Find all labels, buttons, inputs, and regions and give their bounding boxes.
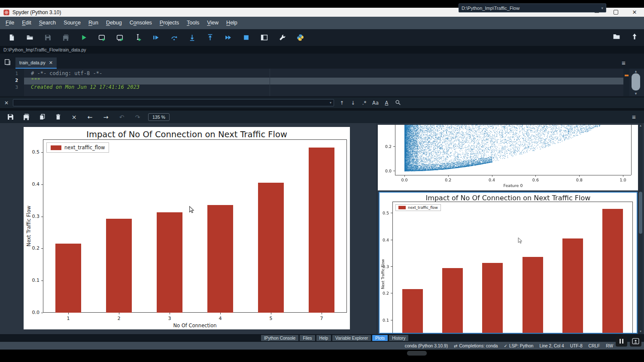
status-encoding[interactable]: UTF-8 — [570, 344, 583, 348]
save-file-button[interactable] — [39, 31, 57, 44]
plots-options-icon[interactable]: ≡ — [632, 113, 636, 121]
working-directory-value: D:\Python_Imp\Traffic_Flow — [462, 6, 601, 11]
status-completions-label: Completions: conda — [459, 344, 498, 348]
find-next-icon[interactable]: ↓ — [349, 100, 357, 106]
menu-item-file[interactable]: File — [2, 17, 18, 29]
x-tick-mark — [579, 175, 580, 177]
menu-item-edit[interactable]: Edit — [18, 17, 35, 29]
regex-toggle-icon[interactable]: .* — [361, 100, 368, 106]
y-tick-mark — [391, 240, 392, 240]
axis-spine-left — [395, 125, 395, 175]
menu-item-source[interactable]: Source — [60, 17, 85, 29]
find-close-icon[interactable]: ✕ — [4, 100, 9, 106]
pane-tab-variable-explorer[interactable]: Variable Explorer — [332, 335, 371, 341]
zoom-out-button[interactable]: ↶ — [114, 112, 130, 122]
arc-arrow-icon — [170, 34, 178, 41]
run-selection-button[interactable] — [129, 31, 147, 44]
find-previous-icon[interactable]: ↑ — [338, 100, 346, 106]
status-completions[interactable]: ⇄ Completions: conda — [454, 344, 498, 348]
status-lsp[interactable]: ✓ LSP: Python — [504, 344, 533, 348]
find-history-caret-icon[interactable]: ▾ — [330, 101, 331, 105]
run-file-button[interactable] — [75, 31, 93, 44]
editor-scrollbar-thumb[interactable] — [632, 73, 640, 90]
restore-button[interactable] — [606, 8, 625, 17]
run-cell-button[interactable] — [93, 31, 111, 44]
advanced-search-icon[interactable] — [394, 100, 401, 107]
run-cell-advance-button[interactable] — [111, 31, 129, 44]
plot-thumbnail-scatter[interactable]: 0.00.20.40.60.81.00.00.2Feature 0 — [378, 125, 638, 190]
next-plot-button[interactable]: → — [98, 112, 114, 122]
x-tick-label: 0.6 — [532, 178, 539, 182]
code-area[interactable]: 123# -*- coding: utf-8 -*-"""Created on … — [0, 69, 644, 96]
step-over-button[interactable] — [165, 31, 183, 44]
find-input[interactable] — [13, 99, 334, 106]
tab-close-icon[interactable]: ✕ — [49, 60, 53, 66]
python-env-button[interactable] — [291, 31, 309, 44]
scroll-up-icon[interactable]: ▲ — [629, 69, 642, 73]
new-file-button[interactable] — [3, 31, 21, 44]
stop-debug-button[interactable] — [237, 31, 255, 44]
pane-tab-ipython-console[interactable]: IPython Console — [261, 335, 298, 341]
scroll-down-icon[interactable]: ▼ — [629, 92, 642, 96]
step-out-button[interactable] — [201, 31, 219, 44]
continue-execution-button[interactable] — [219, 31, 237, 44]
close-button[interactable]: ✕ — [625, 8, 644, 17]
plots-scrollbar-thumb[interactable] — [639, 192, 642, 234]
pane-tab-files[interactable]: Files — [300, 335, 315, 341]
editor-options-icon[interactable]: ≡ — [622, 59, 626, 66]
debug-file-button[interactable] — [147, 31, 165, 44]
menu-bar: FileEditSearchSourceRunDebugConsolesProj… — [0, 17, 644, 29]
save-plot-button[interactable] — [3, 112, 18, 122]
letterbox-strip — [0, 350, 644, 362]
picture-in-picture-button[interactable] — [630, 336, 641, 347]
menu-item-tools[interactable]: Tools — [183, 17, 203, 29]
menu-item-run[interactable]: Run — [85, 17, 102, 29]
maximize-icon — [261, 34, 268, 41]
status-eol[interactable]: CRLF — [589, 344, 600, 348]
x-tick-label: 2 — [118, 316, 121, 321]
menu-item-debug[interactable]: Debug — [102, 17, 126, 29]
working-directory-combobox[interactable]: D:\Python_Imp\Traffic_Flow ▾ — [459, 3, 606, 12]
scroll-down-icon[interactable]: ▼ — [638, 330, 643, 333]
plot-thumbnail-bar-selected[interactable]: Impact of No Of Connection on Next Traff… — [379, 192, 638, 334]
step-into-button[interactable] — [183, 31, 201, 44]
scroll-flag-area — [623, 69, 629, 96]
menu-item-projects[interactable]: Projects — [156, 17, 183, 29]
scroll-up-icon[interactable]: ▲ — [638, 124, 643, 127]
line-number: 3 — [15, 84, 18, 90]
editor-scrollbar[interactable]: ▲▼ — [629, 69, 642, 96]
maximize-pane-button[interactable] — [255, 31, 273, 44]
whole-words-toggle-icon[interactable]: A — [383, 100, 390, 106]
arrow-right-icon: → — [103, 114, 109, 121]
bar-category-1 — [402, 289, 423, 334]
preferences-button[interactable] — [273, 31, 291, 44]
save-all-plots-button[interactable] — [18, 112, 34, 122]
open-file-button[interactable] — [21, 31, 39, 44]
find-bar: ✕ ▾ ↑↓.*AaA — [0, 97, 644, 109]
pane-tab-history[interactable]: History — [389, 335, 408, 341]
y-tick-mark — [391, 293, 392, 293]
browse-tabs-button[interactable] — [4, 58, 11, 67]
menu-item-consoles[interactable]: Consoles — [126, 17, 156, 29]
pane-tab-plots[interactable]: Plots — [372, 335, 388, 341]
remove-all-plots-button[interactable]: × — [66, 112, 82, 122]
pause-button[interactable] — [616, 336, 627, 347]
menu-item-search[interactable]: Search — [35, 17, 60, 29]
save-all-button[interactable] — [57, 31, 75, 44]
copy-plot-button[interactable] — [34, 112, 50, 122]
y-tick-label: 0.3 — [28, 214, 39, 219]
browse-directory-button[interactable] — [612, 33, 621, 42]
editor-tab-train-data[interactable]: train_data.py ✕ — [15, 57, 57, 69]
menu-item-help[interactable]: Help — [222, 17, 241, 29]
status-interpreter[interactable]: conda (Python 3.10.9) — [405, 344, 448, 348]
pane-tab-help[interactable]: Help — [316, 335, 331, 341]
menu-item-view[interactable]: View — [203, 17, 222, 29]
parent-directory-button[interactable] — [630, 33, 639, 42]
remove-plot-button[interactable] — [50, 112, 66, 122]
match-case-toggle-icon[interactable]: Aa — [372, 100, 379, 106]
zoom-in-button[interactable]: ↷ — [130, 112, 146, 122]
doc-icon — [8, 34, 15, 41]
previous-plot-button[interactable]: ← — [82, 112, 98, 122]
status-permissions[interactable]: RW — [606, 344, 613, 348]
chart-title: Impact of No Of Connection on Next Traff… — [380, 194, 637, 202]
